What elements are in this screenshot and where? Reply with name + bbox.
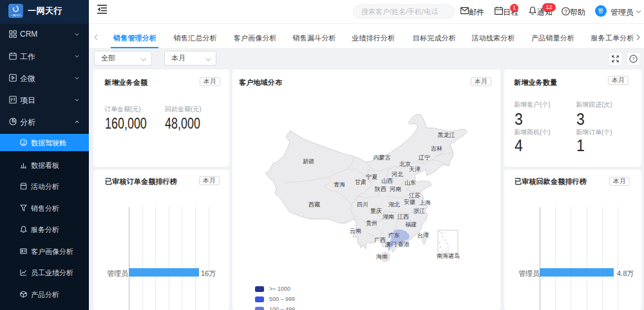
svg-text:天津: 天津: [409, 166, 421, 172]
svg-text:山东: 山东: [404, 179, 416, 186]
svg-text:贵州: 贵州: [366, 220, 377, 226]
svg-text:上海: 上海: [419, 199, 431, 206]
svg-text:重庆: 重庆: [370, 208, 382, 214]
svg-text:海南: 海南: [376, 253, 388, 260]
svg-text:湖南: 湖南: [383, 214, 394, 220]
svg-text:一网天行: 一网天行: [10, 14, 22, 17]
svg-text:台湾: 台湾: [417, 232, 429, 239]
svg-text:南海诸岛: 南海诸岛: [437, 253, 460, 259]
svg-text:江西: 江西: [397, 214, 409, 220]
svg-text:福建: 福建: [405, 221, 417, 228]
svg-text:黑龙江: 黑龙江: [438, 132, 455, 138]
svg-text:云南: 云南: [350, 228, 361, 234]
svg-text:新疆: 新疆: [303, 158, 314, 165]
svg-text:?: ?: [632, 56, 635, 62]
svg-text:河南: 河南: [390, 186, 401, 192]
svg-text:香港: 香港: [398, 241, 410, 248]
svg-text:?: ?: [564, 8, 567, 15]
svg-text:澳门: 澳门: [385, 241, 397, 248]
svg-text:湖北: 湖北: [388, 201, 400, 208]
svg-text:广西: 广西: [374, 237, 386, 243]
svg-text:安徽: 安徽: [404, 199, 415, 205]
svg-text:西藏: 西藏: [308, 201, 320, 208]
svg-text:甘肃: 甘肃: [355, 179, 366, 185]
svg-text:广东: 广东: [388, 232, 400, 239]
svg-text:山西: 山西: [381, 178, 393, 184]
svg-text:江苏: 江苏: [409, 192, 421, 199]
svg-text:青海: 青海: [334, 181, 345, 188]
svg-text:浙江: 浙江: [413, 208, 425, 214]
svg-text:宁夏: 宁夏: [366, 174, 377, 180]
svg-text:内蒙古: 内蒙古: [374, 154, 391, 161]
svg-text:陕西: 陕西: [375, 186, 386, 192]
svg-text:四川: 四川: [357, 201, 368, 208]
svg-text:辽宁: 辽宁: [419, 154, 430, 161]
svg-text:吉林: 吉林: [431, 145, 442, 152]
svg-text:河北: 河北: [392, 171, 403, 178]
